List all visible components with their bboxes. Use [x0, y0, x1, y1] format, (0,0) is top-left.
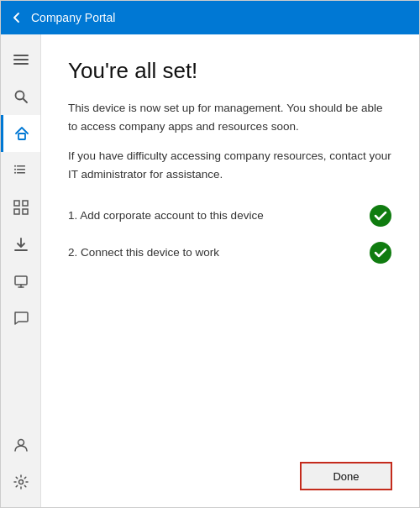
svg-rect-12	[14, 201, 19, 206]
sidebar-item-menu[interactable]	[1, 41, 40, 78]
button-area: Done	[68, 445, 392, 490]
main-content: You're all set! This device is now set u…	[41, 34, 419, 507]
svg-rect-14	[14, 209, 19, 214]
sidebar-item-grid[interactable]	[1, 189, 40, 226]
svg-rect-6	[17, 165, 25, 167]
checklist-item-1: 1. Add corporate account to this device	[68, 204, 392, 228]
svg-point-23	[370, 242, 391, 264]
checklist-label-2: 2. Connect this device to work	[68, 246, 357, 259]
svg-line-4	[23, 99, 27, 103]
sidebar-item-device[interactable]	[1, 263, 40, 300]
sidebar-item-settings[interactable]	[1, 463, 40, 500]
page-title: You're all set!	[68, 58, 392, 84]
description-paragraph1: This device is now set up for management…	[68, 99, 392, 135]
svg-rect-5	[18, 134, 25, 139]
app-title: Company Portal	[31, 11, 115, 24]
checklist-item-2: 2. Connect this device to work	[68, 241, 392, 264]
svg-rect-1	[13, 59, 29, 60]
checklist-number-1: 1.	[68, 209, 80, 222]
description-paragraph2: If you have difficulty accessing company…	[68, 147, 392, 183]
back-button[interactable]	[11, 12, 23, 24]
done-button[interactable]: Done	[300, 462, 392, 490]
check-icon-1	[369, 204, 392, 228]
svg-rect-15	[23, 209, 28, 214]
svg-point-11	[14, 172, 16, 174]
svg-point-21	[18, 480, 23, 484]
svg-point-22	[370, 205, 391, 227]
title-bar: Company Portal	[1, 1, 419, 34]
svg-rect-2	[13, 63, 29, 65]
svg-point-20	[18, 440, 24, 446]
svg-point-10	[14, 169, 16, 170]
svg-rect-8	[17, 172, 25, 174]
checklist-number-2: 2.	[68, 246, 81, 259]
sidebar-item-download[interactable]	[1, 226, 40, 263]
check-icon-2	[369, 241, 392, 264]
checklist: 1. Add corporate account to this device …	[68, 204, 392, 278]
sidebar-bottom	[1, 427, 40, 507]
sidebar-item-home[interactable]	[1, 115, 40, 152]
sidebar-item-search[interactable]	[1, 78, 40, 115]
svg-rect-7	[17, 169, 25, 170]
sidebar	[1, 34, 41, 507]
svg-rect-0	[13, 55, 29, 56]
checklist-label-1: 1. Add corporate account to this device	[68, 209, 357, 222]
svg-rect-17	[15, 276, 27, 285]
sidebar-item-chat[interactable]	[1, 300, 40, 337]
svg-point-9	[14, 165, 16, 167]
main-layout: You're all set! This device is now set u…	[1, 34, 419, 507]
svg-rect-13	[23, 201, 28, 206]
sidebar-item-user[interactable]	[1, 427, 40, 463]
sidebar-item-list[interactable]	[1, 152, 40, 189]
app-container: Company Portal	[0, 0, 420, 508]
